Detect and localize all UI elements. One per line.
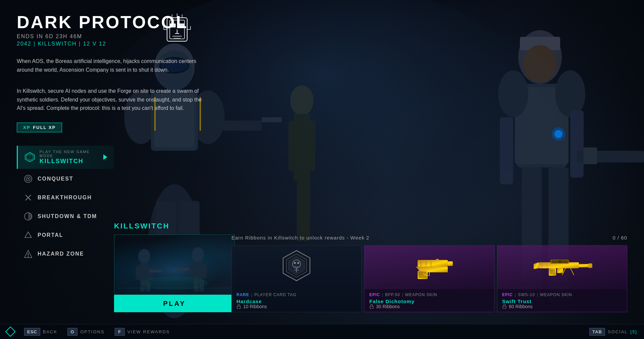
killswitch-title: KILLSWITCH bbox=[114, 222, 235, 230]
featured-chevron-icon bbox=[103, 154, 107, 160]
view-rewards-button[interactable]: F VIEW REWARDS bbox=[115, 328, 170, 336]
sep-2b: | bbox=[402, 292, 403, 297]
svg-line-109 bbox=[571, 268, 574, 275]
back-button[interactable]: ESC BACK bbox=[24, 328, 57, 336]
svg-point-66 bbox=[138, 249, 150, 264]
killswitch-image-inner bbox=[114, 235, 234, 294]
reward-weapon-3: SWS-10 bbox=[518, 292, 535, 297]
bottom-right-actions: TAB SOCIAL [5] bbox=[589, 328, 637, 336]
xp-label: XP bbox=[23, 125, 30, 130]
killswitch-image bbox=[114, 234, 235, 295]
reward-2-image bbox=[365, 246, 494, 289]
hazard-icon bbox=[23, 249, 33, 259]
featured-mode-icon bbox=[24, 151, 36, 163]
shutdown-tdm-label: SHUTDOWN & TDM bbox=[38, 213, 97, 219]
reward-card-1[interactable]: 10 Ribbons RARE | PLAYER CARD TAG Hardca… bbox=[231, 245, 362, 312]
svg-rect-76 bbox=[203, 265, 207, 278]
svg-rect-75 bbox=[190, 265, 194, 278]
social-button[interactable]: TAB SOCIAL [5] bbox=[589, 328, 637, 336]
svg-rect-92 bbox=[418, 260, 448, 267]
reward-3-image bbox=[497, 246, 627, 289]
ribbon-count-label-3: 60 Ribbons bbox=[509, 304, 533, 309]
svg-rect-68 bbox=[136, 266, 140, 280]
featured-mode-sublabel: PLAY THE NEW GAME MODE bbox=[40, 150, 99, 158]
reward-type-2: WEAPON SKIN bbox=[405, 292, 437, 297]
featured-mode-item[interactable]: PLAY THE NEW GAME MODE KILLSWITCH bbox=[17, 146, 114, 169]
mode-item-breakthrough[interactable]: BREAKTHROUGH bbox=[17, 188, 114, 207]
mode-item-shutdown-tdm[interactable]: SHUTDOWN & TDM bbox=[17, 207, 114, 226]
reward-type-1: PLAYER CARD TAG bbox=[254, 292, 297, 297]
killswitch-panel: KILLSWITCH bbox=[114, 222, 235, 312]
portal-icon bbox=[23, 230, 33, 240]
bfp50-weapon-icon bbox=[404, 254, 454, 281]
conquest-icon bbox=[23, 174, 33, 184]
event-logo bbox=[160, 13, 194, 51]
reward-3-rarity: EPIC | SWS-10 | WEAPON SKIN bbox=[497, 289, 627, 298]
svg-rect-99 bbox=[370, 306, 373, 309]
dark-protocol-logo-svg bbox=[160, 13, 194, 50]
lock-icon-1 bbox=[236, 304, 241, 309]
main-content: DARK PROTOCOL ENDS IN 6d 23h 46m 2042 | … bbox=[0, 0, 644, 339]
social-label: SOCIAL bbox=[608, 329, 628, 334]
svg-point-86 bbox=[294, 262, 296, 264]
event-description-1: When AOS, the Boreas artificial intellig… bbox=[17, 57, 205, 74]
sep-3b: | bbox=[537, 292, 538, 297]
bottom-left-actions: ESC BACK O OPTIONS F VIEW REWARDS bbox=[7, 328, 170, 336]
social-count: [5] bbox=[631, 329, 637, 334]
play-button[interactable]: PLAY bbox=[114, 295, 235, 312]
ribbon-count-3: 60 Ribbons bbox=[502, 304, 533, 309]
mode-item-hazard-zone[interactable]: HAZARD ZONE bbox=[17, 245, 114, 263]
svg-point-87 bbox=[297, 262, 299, 264]
back-key: ESC bbox=[24, 328, 40, 336]
ribbon-count-2: 30 Ribbons bbox=[369, 304, 400, 309]
portal-label: PORTAL bbox=[38, 232, 63, 238]
rarity-tag-1: RARE bbox=[236, 292, 249, 297]
tab-key: TAB bbox=[589, 328, 605, 336]
svg-point-80 bbox=[141, 276, 208, 290]
killswitch-panel-art bbox=[117, 236, 231, 293]
svg-point-49 bbox=[28, 256, 29, 257]
ribbon-count-1: 10 Ribbons bbox=[236, 304, 267, 309]
hazard-zone-label: HAZARD ZONE bbox=[38, 251, 84, 257]
svg-rect-113 bbox=[503, 306, 506, 309]
rewards-grid: 10 Ribbons RARE | PLAYER CARD TAG Hardca… bbox=[231, 245, 627, 312]
xp-value: FULL XP bbox=[33, 125, 56, 130]
reward-weapon-2: BFP.50 bbox=[385, 292, 400, 297]
svg-rect-110 bbox=[557, 268, 563, 273]
sep-1: | bbox=[251, 292, 252, 297]
event-description-2: In Killswitch, secure AI nodes and use t… bbox=[17, 87, 205, 113]
sep-2: | bbox=[382, 292, 383, 297]
rarity-tag-3: EPIC bbox=[502, 292, 513, 297]
svg-point-42 bbox=[28, 178, 29, 180]
reward-1-image bbox=[232, 246, 361, 289]
mode-item-conquest[interactable]: CONQUEST bbox=[17, 170, 114, 188]
svg-rect-101 bbox=[588, 263, 592, 268]
diamond-indicator bbox=[5, 326, 15, 337]
mode-item-portal[interactable]: PORTAL bbox=[17, 226, 114, 245]
breakthrough-label: BREAKTHROUGH bbox=[38, 195, 92, 201]
lock-icon-2 bbox=[369, 304, 374, 309]
reward-1-rarity: RARE | PLAYER CARD TAG bbox=[232, 289, 361, 298]
options-button[interactable]: O OPTIONS bbox=[67, 328, 105, 336]
shutdown-icon bbox=[23, 212, 33, 221]
xp-badge: XP FULL XP bbox=[17, 123, 62, 132]
svg-rect-69 bbox=[149, 266, 153, 280]
reward-card-3[interactable]: 60 Ribbons EPIC | SWS-10 | WEAPON SKIN S… bbox=[497, 245, 627, 312]
svg-marker-46 bbox=[25, 232, 32, 238]
ribbons-progress: 0 / 60 bbox=[612, 235, 627, 241]
svg-rect-107 bbox=[550, 269, 555, 275]
rewards-header: Earn Ribbons in Killswitch to unlock rew… bbox=[231, 235, 627, 241]
svg-rect-67 bbox=[140, 263, 149, 281]
back-label: BACK bbox=[43, 329, 57, 334]
svg-rect-72 bbox=[149, 270, 162, 272]
svg-rect-74 bbox=[193, 261, 203, 280]
view-rewards-label: VIEW REWARDS bbox=[127, 329, 170, 334]
bottom-bar: ESC BACK O OPTIONS F VIEW REWARDS TAB SO… bbox=[0, 324, 644, 339]
featured-mode-labels: PLAY THE NEW GAME MODE KILLSWITCH bbox=[40, 150, 99, 165]
reward-2-rarity: EPIC | BFP.50 | WEAPON SKIN bbox=[365, 289, 494, 298]
rarity-tag-2: EPIC bbox=[369, 292, 380, 297]
svg-rect-90 bbox=[237, 306, 240, 309]
svg-rect-98 bbox=[436, 259, 439, 261]
reward-card-2[interactable]: 30 Ribbons EPIC | BFP.50 | WEAPON SKIN F… bbox=[364, 245, 494, 312]
sws10-weapon-icon bbox=[532, 256, 592, 279]
